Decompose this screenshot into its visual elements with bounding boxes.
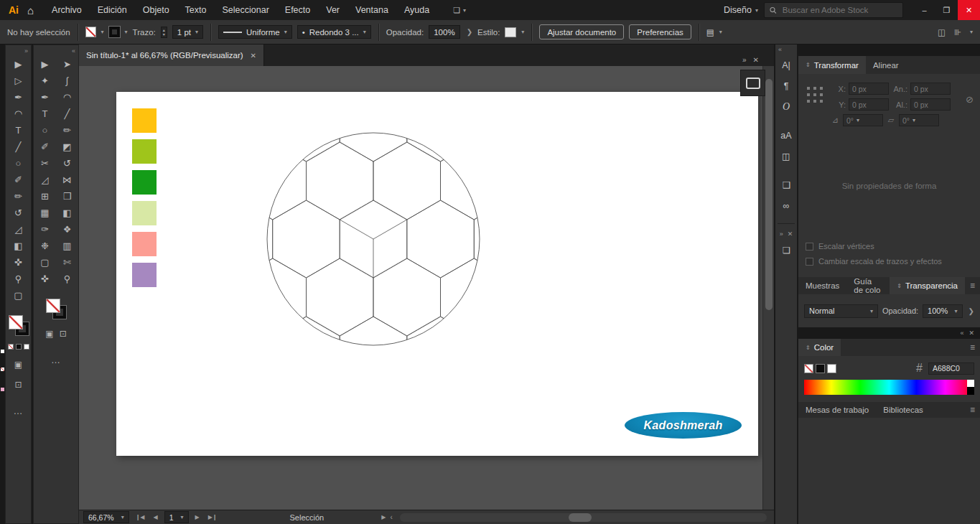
direct-selection-tool[interactable]: ▷: [9, 72, 28, 89]
tab-guia-de-color[interactable]: Guía de colo: [846, 277, 890, 294]
mini-none-chip[interactable]: [8, 344, 14, 350]
edit-toolbar-icon[interactable]: …: [34, 355, 78, 365]
type-tool[interactable]: T: [9, 122, 28, 139]
artboard-number-dropdown[interactable]: 1 ▾: [164, 511, 189, 523]
white-corner-swatch[interactable]: [967, 380, 974, 387]
style-chip[interactable]: [505, 27, 516, 37]
width-tool[interactable]: ⋈: [58, 172, 77, 188]
next-artboard-icon[interactable]: ▶: [193, 514, 202, 520]
free-transform-tool[interactable]: ⊞: [36, 188, 55, 205]
eyedropper-tool[interactable]: ✑: [36, 221, 55, 238]
collapse-dock-icon[interactable]: «: [778, 46, 782, 53]
hex-field[interactable]: A688C0: [928, 362, 974, 375]
dock-list-icon[interactable]: ⊪: [954, 27, 961, 37]
preferences-button[interactable]: Preferencias: [629, 24, 691, 39]
last-artboard-icon[interactable]: ▶❙: [206, 514, 220, 520]
close-button[interactable]: ✕: [958, 0, 980, 20]
curvature-tool[interactable]: ◠: [58, 89, 77, 106]
hand-tool[interactable]: ✜: [36, 271, 55, 287]
options-grid-icon[interactable]: ▤: [706, 27, 714, 37]
links-panel-icon[interactable]: ∞: [775, 195, 797, 216]
logo-ellipse[interactable]: Kadoshmerah: [625, 412, 742, 439]
artboard[interactable]: Kadoshmerah: [116, 92, 758, 456]
rotate-angle-field[interactable]: 0° ▾: [843, 114, 883, 126]
blend-tool[interactable]: ❖: [58, 221, 77, 238]
group-selection-tool[interactable]: ➤: [58, 56, 77, 72]
tab-mesas-de-trabajo[interactable]: Mesas de trabajo: [798, 402, 876, 418]
tab-bibliotecas[interactable]: Bibliotecas: [876, 402, 930, 418]
menu-item[interactable]: Ver: [318, 5, 347, 15]
panel-expand-icon[interactable]: ❯: [969, 307, 974, 315]
dock-expand-icon[interactable]: »: [742, 56, 747, 64]
x-field[interactable]: 0 px: [849, 83, 889, 95]
selection-tool[interactable]: ▶: [9, 56, 28, 72]
chevron-down-icon[interactable]: ▾: [125, 29, 128, 35]
checkbox[interactable]: [806, 243, 813, 251]
menu-item[interactable]: Archivo: [44, 5, 90, 15]
stroke-color-chip[interactable]: [109, 27, 120, 37]
ellipse-tool[interactable]: ○: [36, 122, 55, 139]
menu-item[interactable]: Edición: [90, 5, 135, 15]
menu-item[interactable]: Texto: [177, 5, 215, 15]
black-corner-swatch[interactable]: [967, 387, 974, 395]
dock-grid-icon[interactable]: ◫: [938, 27, 946, 37]
draw-mode-icon[interactable]: ▣: [14, 360, 22, 370]
pen-tool[interactable]: ✒: [9, 89, 28, 106]
dock-close-icon[interactable]: ✕: [969, 329, 974, 337]
paintbrush-tool[interactable]: ✐: [9, 172, 28, 188]
layers-panel-icon[interactable]: ❏: [775, 240, 797, 261]
fill-swatch[interactable]: [9, 315, 23, 329]
paragraph-panel-icon[interactable]: ¶: [775, 75, 797, 96]
blend-mode-dropdown[interactable]: Normal ▾: [804, 304, 878, 318]
scale-corners-option[interactable]: Escalar vértices: [806, 242, 942, 251]
type-tool[interactable]: T: [36, 106, 55, 122]
tab-color[interactable]: ⇕ Color: [798, 339, 841, 356]
stroke-weight-dropdown[interactable]: 1 pt ▾: [172, 25, 203, 39]
fill-color-chip[interactable]: [85, 27, 96, 37]
home-icon[interactable]: ⌂: [27, 4, 34, 17]
character-panel-icon[interactable]: A|: [775, 55, 797, 75]
rotate-tool[interactable]: ↺: [9, 205, 28, 221]
panel-menu-icon[interactable]: ≡: [965, 281, 980, 291]
vertical-scrollbar[interactable]: [762, 66, 774, 510]
chevron-down-icon[interactable]: ▾: [970, 29, 973, 35]
first-artboard-icon[interactable]: ❙◀: [134, 514, 147, 520]
restore-button[interactable]: ❐: [935, 0, 958, 20]
rotate-tool[interactable]: ↺: [58, 155, 77, 172]
paintbrush-tool[interactable]: ✐: [36, 139, 55, 155]
edit-toolbar-icon[interactable]: …: [6, 406, 31, 416]
width-field[interactable]: 0 px: [910, 83, 951, 95]
scale-tool[interactable]: ◿: [36, 172, 55, 188]
tab-transparencia[interactable]: ⇕ Transparencia: [890, 277, 965, 294]
canvas[interactable]: Kadoshmerah: [79, 66, 762, 510]
menu-item[interactable]: Seleccionar: [214, 5, 276, 15]
mask-mode-icon[interactable]: ⊡: [14, 380, 22, 390]
panel-menu-icon[interactable]: ≡: [965, 342, 980, 352]
fill-stroke-indicator[interactable]: [9, 315, 29, 335]
eraser-tool[interactable]: ◩: [58, 139, 77, 155]
opentype-panel-icon[interactable]: O: [775, 96, 797, 117]
gradient-tool[interactable]: ◧: [58, 205, 77, 221]
horizontal-scrollbar-thumb[interactable]: [569, 513, 592, 522]
collapse-toolbar-icon[interactable]: «: [72, 47, 75, 55]
pen-tool[interactable]: ✒: [36, 89, 55, 106]
magic-wand-tool[interactable]: ✦: [36, 72, 55, 89]
symbol-sprayer-tool[interactable]: ❉: [36, 238, 55, 254]
tab-close-icon[interactable]: ✕: [251, 52, 256, 60]
menu-item[interactable]: Ayuda: [396, 5, 437, 15]
expand-toolbar-icon[interactable]: »: [24, 47, 28, 55]
scale-strokes-effects-option[interactable]: Cambiar escala de trazos y efectos: [806, 257, 942, 266]
zoom-tool[interactable]: ⚲: [58, 271, 77, 287]
dock-collapse-icon[interactable]: «: [960, 329, 963, 337]
dock-close-icon[interactable]: ✕: [788, 230, 793, 238]
gradient-tool[interactable]: ◧: [9, 238, 28, 254]
stock-search[interactable]: [764, 2, 903, 18]
chevron-down-icon[interactable]: ▾: [101, 29, 104, 35]
dock-close-icon[interactable]: ✕: [753, 56, 759, 64]
scissors-tool[interactable]: ✂: [36, 155, 55, 172]
lasso-tool[interactable]: ∫: [58, 72, 77, 89]
document-layout-icon[interactable]: ❏ ▾: [453, 6, 466, 15]
pencil-tool[interactable]: ✏: [58, 122, 77, 139]
chevron-down-icon[interactable]: ▾: [719, 29, 722, 35]
tab-alinear[interactable]: Alinear: [866, 56, 906, 74]
